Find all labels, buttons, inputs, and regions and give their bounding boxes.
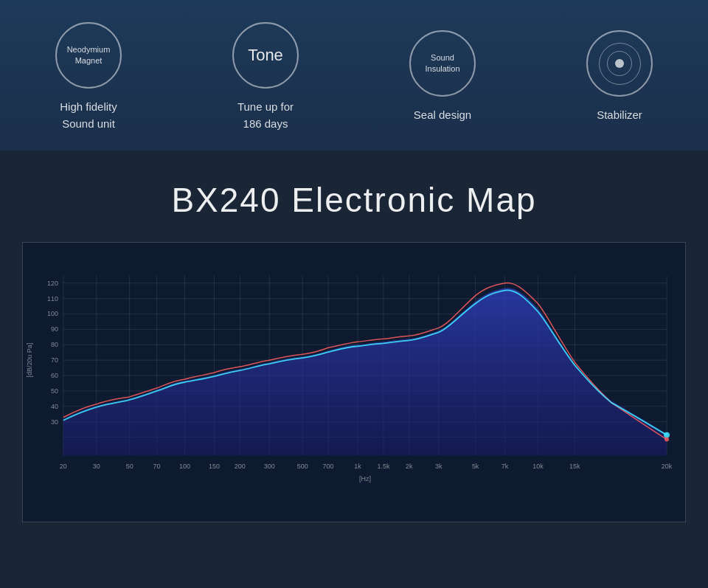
svg-text:20k: 20k xyxy=(662,463,673,470)
svg-text:300: 300 xyxy=(264,463,275,470)
stabilizer-label: Stabilizer xyxy=(597,107,642,124)
svg-text:1.5k: 1.5k xyxy=(377,463,389,470)
tone-label: Tune up for186 days xyxy=(237,99,294,132)
svg-text:70: 70 xyxy=(51,356,58,364)
svg-text:[Hz]: [Hz] xyxy=(359,475,371,482)
svg-text:15k: 15k xyxy=(569,463,580,470)
page-title: BX240 Electronic Map xyxy=(0,180,708,220)
svg-text:7k: 7k xyxy=(502,463,509,470)
neodymium-icon-text: NeodymiumMagnet xyxy=(61,44,117,67)
svg-text:110: 110 xyxy=(47,295,58,302)
svg-text:3k: 3k xyxy=(435,463,442,470)
feature-neodymium: NeodymiumMagnet High fidelitySound unit xyxy=(55,22,122,132)
svg-text:100: 100 xyxy=(47,310,58,317)
svg-text:20: 20 xyxy=(60,463,67,470)
svg-text:90: 90 xyxy=(51,325,58,333)
stabilizer-concentric-icon xyxy=(590,34,649,93)
svg-text:200: 200 xyxy=(235,463,246,470)
sound-insulation-label: Seal design xyxy=(414,107,471,124)
svg-text:5k: 5k xyxy=(472,463,479,470)
svg-text:30: 30 xyxy=(51,418,58,426)
feature-sound-insulation: SoundInsulation Seal design xyxy=(409,30,476,124)
svg-point-62 xyxy=(664,432,670,438)
svg-point-63 xyxy=(664,437,669,442)
svg-text:500: 500 xyxy=(297,463,308,470)
stabilizer-center-dot xyxy=(615,59,624,68)
chart-section: Output Response(Right Ear) - Input (Magn… xyxy=(0,235,708,537)
svg-text:30: 30 xyxy=(93,463,100,470)
svg-text:100: 100 xyxy=(179,463,190,470)
svg-text:70: 70 xyxy=(153,463,161,470)
svg-text:150: 150 xyxy=(209,463,220,470)
chart-container: Output Response(Right Ear) - Input (Magn… xyxy=(22,242,686,522)
svg-text:50: 50 xyxy=(51,387,58,395)
neodymium-label: High fidelitySound unit xyxy=(60,99,117,132)
svg-text:60: 60 xyxy=(51,372,58,379)
svg-text:700: 700 xyxy=(323,463,334,470)
svg-text:1k: 1k xyxy=(354,463,361,470)
neodymium-circle: NeodymiumMagnet xyxy=(55,22,122,89)
sound-insulation-circle: SoundInsulation xyxy=(409,30,476,97)
feature-tone: Tone Tune up for186 days xyxy=(232,22,299,132)
tone-icon-text: Tone xyxy=(248,46,283,65)
svg-text:40: 40 xyxy=(51,403,58,410)
svg-text:10k: 10k xyxy=(532,463,544,470)
svg-text:[dB/20u Pa]: [dB/20u Pa] xyxy=(26,343,33,378)
svg-text:2k: 2k xyxy=(406,463,413,470)
svg-text:120: 120 xyxy=(47,280,58,287)
feature-stabilizer: Stabilizer xyxy=(586,30,653,124)
svg-text:50: 50 xyxy=(126,463,133,470)
stabilizer-circle xyxy=(586,30,653,97)
svg-text:80: 80 xyxy=(51,341,58,348)
title-section: BX240 Electronic Map xyxy=(0,151,708,235)
features-section: NeodymiumMagnet High fidelitySound unit … xyxy=(0,0,708,151)
tone-circle: Tone xyxy=(232,22,299,89)
sound-insulation-icon-text: SoundInsulation xyxy=(419,52,465,75)
chart-svg: 120 110 100 90 80 70 60 50 40 30 [dB/20u… xyxy=(23,243,685,522)
